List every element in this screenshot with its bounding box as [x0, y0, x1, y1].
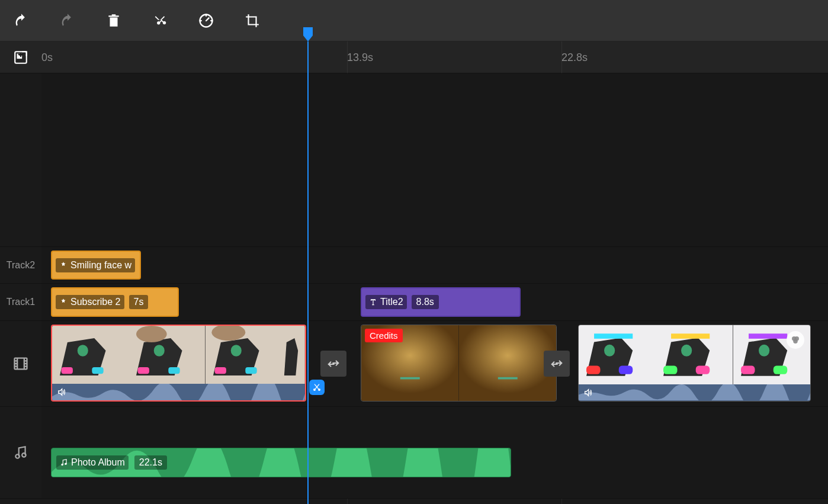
transition-button[interactable] — [544, 351, 570, 377]
svg-point-15 — [136, 326, 167, 342]
svg-rect-27 — [400, 377, 420, 380]
svg-point-51 — [15, 454, 19, 458]
video-track: Credits — [0, 321, 828, 407]
overlay-track-2: Track2 Smiling face w — [0, 247, 828, 284]
audio-track-icon — [0, 407, 41, 498]
svg-rect-32 — [586, 366, 600, 374]
undo-button[interactable] — [12, 11, 31, 30]
svg-rect-12 — [138, 367, 149, 374]
sticker-icon: Subscribe 2 — [56, 295, 124, 309]
svg-rect-18 — [214, 367, 226, 374]
audio-track: Photo Album 22.1s — [0, 407, 828, 499]
overlay-lane-2[interactable]: Smiling face w — [41, 247, 828, 283]
clip-label: Subscribe 2 — [70, 297, 121, 307]
svg-point-52 — [22, 453, 25, 457]
svg-point-14 — [154, 345, 165, 357]
ruler-tick-label: 0s — [41, 51, 53, 63]
video-thumbnails — [579, 325, 810, 384]
svg-rect-39 — [696, 366, 710, 374]
playhead-handle[interactable] — [302, 27, 314, 41]
clip-duration: 7s — [129, 295, 149, 309]
svg-point-54 — [65, 463, 67, 466]
svg-rect-7 — [62, 367, 73, 374]
speed-button[interactable] — [197, 11, 216, 30]
track-lane-empty[interactable] — [41, 73, 828, 246]
clip-waveform — [579, 384, 810, 401]
clip-duration: 8.8s — [412, 295, 439, 309]
svg-rect-45 — [773, 366, 787, 374]
svg-rect-29 — [498, 377, 517, 380]
svg-rect-41 — [671, 333, 710, 339]
video-clip-3[interactable] — [578, 325, 811, 402]
ruler-ticks[interactable]: 0s 13.9s 22.8s — [41, 41, 828, 73]
svg-rect-47 — [749, 333, 787, 339]
clip-subscribe-2[interactable]: Subscribe 2 7s — [51, 287, 179, 317]
audio-lane[interactable]: Photo Album 22.1s — [41, 407, 828, 498]
overlay-track-1: Track1 Subscribe 2 7s Title2 8.8s — [0, 284, 828, 321]
toolbar — [0, 0, 828, 41]
split-at-playhead-button[interactable] — [309, 380, 325, 395]
clip-title2[interactable]: Title2 8.8s — [361, 287, 521, 317]
clip-filter-icon[interactable] — [787, 331, 804, 349]
video-thumbnails: Credits — [361, 325, 556, 401]
track-gutter — [0, 73, 41, 246]
timeline-ruler[interactable]: 0s 13.9s 22.8s — [0, 41, 828, 73]
svg-point-53 — [61, 464, 63, 466]
audio-clip-photo-album[interactable]: Photo Album 22.1s — [51, 448, 511, 477]
music-icon: Photo Album — [56, 455, 129, 470]
delete-button[interactable] — [104, 11, 123, 30]
svg-rect-28 — [459, 325, 557, 401]
clip-smiling-face[interactable]: Smiling face w — [51, 251, 141, 280]
track-label-2: Track2 — [0, 247, 41, 283]
clip-label: Smiling face w — [70, 260, 131, 271]
svg-rect-13 — [169, 367, 180, 374]
video-clip-2[interactable]: Credits — [361, 325, 557, 402]
timeline-tracks: Track2 Smiling face w Track1 Subscribe 2… — [0, 73, 828, 499]
redo-button[interactable] — [58, 11, 77, 30]
sticker-icon: Smiling face w — [56, 258, 135, 272]
video-lane[interactable]: Credits — [41, 321, 828, 406]
crop-button[interactable] — [243, 11, 262, 30]
overlay-lane-1[interactable]: Subscribe 2 7s Title2 8.8s — [41, 284, 828, 320]
svg-rect-8 — [92, 367, 103, 374]
svg-point-34 — [604, 345, 615, 357]
clip-waveform — [52, 384, 305, 400]
svg-point-40 — [681, 345, 692, 357]
clip-label: Title2 — [380, 297, 403, 307]
ruler-tick-label: 22.8s — [561, 51, 588, 63]
credits-badge: Credits — [365, 329, 403, 342]
track-label-1: Track1 — [0, 284, 41, 320]
cut-button[interactable] — [150, 11, 169, 30]
video-thumbnails — [52, 326, 305, 384]
clip-duration: 22.1s — [134, 455, 167, 470]
svg-point-46 — [759, 345, 769, 357]
svg-rect-33 — [619, 366, 633, 374]
svg-rect-35 — [594, 333, 633, 339]
video-clip-1[interactable] — [51, 325, 306, 402]
add-track-button[interactable] — [0, 41, 41, 73]
text-icon: Title2 — [365, 295, 407, 309]
svg-point-20 — [230, 345, 241, 357]
track-spacer — [0, 73, 828, 247]
svg-rect-19 — [245, 367, 256, 374]
svg-point-50 — [793, 339, 798, 344]
svg-rect-38 — [663, 366, 677, 374]
ruler-tick-label: 13.9s — [347, 51, 373, 63]
clip-label: Photo Album — [71, 457, 125, 468]
svg-rect-44 — [741, 366, 755, 374]
video-track-icon — [0, 321, 41, 406]
transition-button[interactable] — [320, 351, 346, 377]
svg-point-9 — [78, 345, 88, 357]
